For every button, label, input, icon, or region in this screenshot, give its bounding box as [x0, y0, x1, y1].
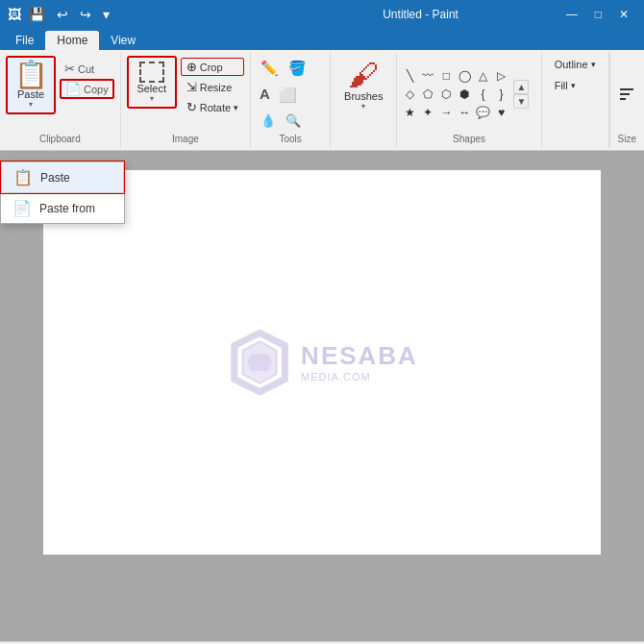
copy-button[interactable]: 📄 Copy	[60, 79, 114, 99]
shapes-group-label: Shapes	[401, 132, 536, 144]
shape-circle[interactable]: ◯	[456, 67, 473, 85]
select-label: Select	[136, 83, 166, 94]
crop-label: Crop	[200, 62, 223, 73]
cut-copy-buttons: ✂ Cut 📄 Copy	[60, 60, 114, 99]
ribbon-tabs: File Home View	[0, 29, 644, 50]
title-bar-left: 🖼 💾 ↩ ↪ ▾	[8, 5, 283, 24]
shape-callout[interactable]: 💬	[474, 104, 491, 121]
brushes-button[interactable]: 🖌 Brushes ▾	[338, 56, 388, 114]
shape-triangle[interactable]: △	[474, 67, 491, 85]
watermark-sub: MEDIA.COM	[301, 371, 418, 384]
tab-view[interactable]: View	[99, 31, 147, 50]
maximize-button[interactable]: □	[587, 6, 609, 23]
cut-button[interactable]: ✂ Cut	[60, 60, 114, 78]
rotate-label: Rotate	[200, 102, 231, 113]
size-group: Size	[609, 52, 644, 148]
shapes-scroll-up[interactable]: ▲	[513, 80, 529, 94]
shape-line[interactable]: ╲	[401, 67, 418, 85]
select-arrow-icon: ▾	[150, 94, 154, 103]
shape-curve[interactable]: 〰	[419, 67, 436, 85]
app-icon: 🖼	[8, 7, 21, 22]
shape-octagon[interactable]: ⬢	[456, 86, 473, 103]
watermark-name: NESABA	[301, 341, 418, 371]
shape-rect[interactable]: □	[437, 67, 455, 85]
fill-arrow-icon: ▾	[571, 81, 576, 90]
shapes-grid: ╲ 〰 □ ◯ △ ▷ ◇ ⬠ ⬡ ⬢ { } ★ ✦ → ↔ 💬 ♥	[401, 67, 509, 121]
eraser-button[interactable]: ⬜	[275, 83, 301, 108]
window-controls: — □ ✕	[558, 6, 636, 23]
paste-button[interactable]: 📋 Paste ▾	[6, 56, 56, 114]
copy-icon: 📄	[65, 82, 81, 96]
image-small-buttons: ⊕ Crop ⇲ Resize ↻ Rotate ▾	[181, 58, 244, 116]
tools-group-content: ✏️ 🪣 A ⬜ 💧 🔍	[257, 56, 324, 132]
tab-file[interactable]: File	[4, 31, 45, 50]
fill-button[interactable]: Fill ▾	[548, 77, 603, 94]
paste-icon: 📋	[14, 62, 48, 88]
quick-access-undo[interactable]: ↩	[53, 5, 72, 24]
size-icon-area[interactable]	[620, 56, 633, 132]
shape-arrow-double[interactable]: ↔	[456, 104, 473, 121]
image-group-content: Select ▾ ⊕ Crop ⇲ Resize ↻ Rotate ▾	[127, 56, 244, 132]
canvas-area[interactable]: NESABA MEDIA.COM	[0, 151, 644, 641]
shape-diamond[interactable]: ◇	[401, 86, 418, 103]
paste-dropdown-menu: 📋 Paste 📄 Paste from	[0, 161, 125, 224]
select-icon	[139, 62, 164, 83]
paint-canvas[interactable]: NESABA MEDIA.COM	[43, 170, 601, 555]
rotate-arrow-icon: ▾	[234, 103, 238, 112]
minimize-button[interactable]: —	[558, 6, 585, 23]
cut-icon: ✂	[64, 62, 75, 76]
brushes-group: 🖌 Brushes ▾	[331, 52, 397, 148]
rotate-button[interactable]: ↻ Rotate ▾	[181, 98, 244, 116]
watermark-logo-svg	[226, 329, 293, 396]
window-title: Untitled - Paint	[283, 8, 557, 21]
outline-button[interactable]: Outline ▾	[548, 56, 603, 73]
shape-star[interactable]: ★	[401, 104, 418, 121]
paste-dropdown-paste-item[interactable]: 📋 Paste	[1, 161, 124, 193]
shape-star4[interactable]: ✦	[419, 104, 436, 121]
pencil-button[interactable]: ✏️	[257, 56, 283, 81]
shape-left-brace[interactable]: {	[474, 86, 491, 103]
size-line-1	[620, 88, 633, 90]
shapes-scroll-down[interactable]: ▼	[513, 94, 529, 109]
clipboard-group: 📋 Paste ▾ ✂ Cut 📄 Copy Clipboard	[0, 52, 121, 148]
quick-access-save[interactable]: 💾	[25, 5, 49, 24]
brushes-arrow-icon: ▾	[361, 102, 365, 111]
resize-icon: ⇲	[186, 80, 197, 94]
fill-label: Fill	[555, 80, 568, 91]
zoom-button[interactable]: 🔍	[282, 110, 305, 132]
shape-hexagon[interactable]: ⬡	[437, 86, 455, 103]
watermark-text: NESABA MEDIA.COM	[301, 341, 418, 384]
image-group-label: Image	[127, 132, 244, 144]
shape-heart[interactable]: ♥	[492, 104, 509, 121]
shape-pentagon[interactable]: ⬠	[419, 86, 436, 103]
quick-access-dropdown[interactable]: ▾	[99, 5, 113, 24]
color-picker-button[interactable]: 💧	[257, 110, 280, 132]
paste-dropdown-pastefrom-item[interactable]: 📄 Paste from	[1, 193, 124, 223]
svg-marker-2	[247, 354, 272, 371]
text-button[interactable]: A	[257, 83, 273, 108]
quick-access-redo[interactable]: ↪	[76, 5, 95, 24]
resize-label: Resize	[200, 82, 233, 93]
resize-button[interactable]: ⇲ Resize	[181, 78, 244, 96]
shape-arrow-right[interactable]: →	[437, 104, 455, 121]
paste-button-wrap: 📋 Paste ▾	[6, 56, 56, 114]
cut-label: Cut	[78, 63, 94, 75]
paste-label: Paste	[17, 88, 44, 100]
shapes-group-content: ╲ 〰 □ ◯ △ ▷ ◇ ⬠ ⬡ ⬢ { } ★ ✦ → ↔ 💬 ♥	[401, 56, 536, 132]
brushes-icon: 🖌	[348, 60, 379, 90]
paste-dropdown-pastefrom-label: Paste from	[39, 202, 95, 215]
fill-button[interactable]: 🪣	[285, 56, 310, 81]
size-lines	[620, 88, 633, 100]
paste-dropdown-pastefrom-icon: 📄	[12, 199, 32, 217]
tools-group-label: Tools	[257, 132, 324, 144]
outline-arrow-icon: ▾	[591, 60, 596, 69]
select-button[interactable]: Select ▾	[127, 56, 177, 109]
tab-home[interactable]: Home	[45, 31, 99, 50]
crop-button[interactable]: ⊕ Crop	[181, 58, 244, 76]
close-button[interactable]: ✕	[611, 6, 636, 23]
size-line-2	[620, 93, 630, 95]
watermark: NESABA MEDIA.COM	[226, 329, 418, 396]
shape-right-triangle[interactable]: ▷	[492, 67, 509, 85]
paste-dropdown-paste-label: Paste	[40, 171, 70, 185]
shape-right-brace[interactable]: }	[492, 86, 509, 103]
